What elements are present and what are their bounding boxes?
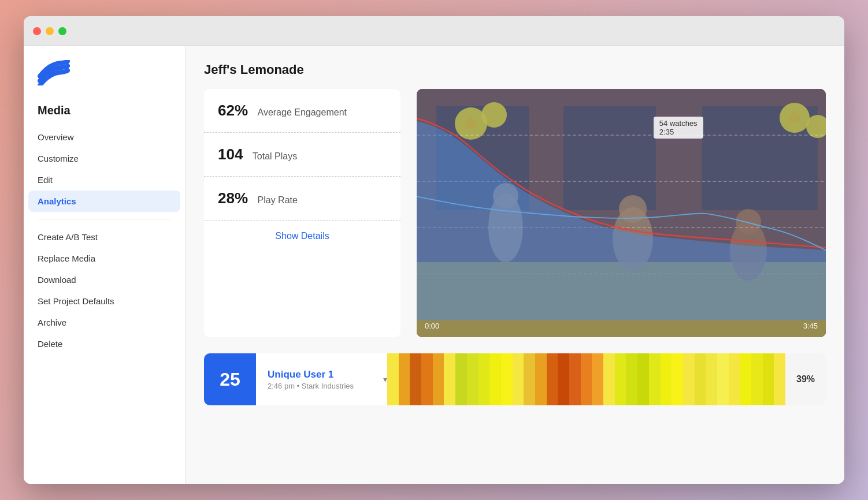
heatmap-segment bbox=[695, 353, 706, 405]
sidebar-item-archive[interactable]: Archive bbox=[24, 312, 185, 333]
sidebar-item-customize[interactable]: Customize bbox=[24, 148, 185, 169]
sidebar-item-edit[interactable]: Edit bbox=[24, 169, 185, 191]
titlebar bbox=[24, 16, 844, 46]
page-title: Jeff's Lemonade bbox=[204, 62, 826, 77]
tooltip-watches: 54 watches bbox=[659, 119, 698, 128]
tooltip-time: 2:35 bbox=[659, 128, 698, 136]
engagement-stat: 62% Average Engagement bbox=[204, 89, 400, 133]
heatmap-segment bbox=[399, 353, 410, 405]
heatmap-segment bbox=[558, 353, 569, 405]
app-window: Media Overview Customize Edit Analytics … bbox=[24, 16, 844, 484]
main-content: Jeff's Lemonade 62% Average Engagement 1… bbox=[186, 46, 844, 484]
play-rate-stat: 28% Play Rate bbox=[204, 177, 400, 221]
heatmap-segment bbox=[410, 353, 421, 405]
sidebar-item-download[interactable]: Download bbox=[24, 269, 185, 290]
heatmap-segment bbox=[751, 353, 763, 405]
close-button[interactable] bbox=[33, 27, 41, 35]
total-plays-stat: 104 Total Plays bbox=[204, 133, 400, 177]
user-info: Unique User 1 2:46 pm • Stark Industries bbox=[256, 369, 383, 390]
logo bbox=[24, 60, 185, 104]
heatmap-segment bbox=[535, 353, 547, 405]
heatmap-segment bbox=[637, 353, 649, 405]
heatmap-segment bbox=[478, 353, 490, 405]
user-number: 25 bbox=[220, 369, 240, 390]
heatmap-segment bbox=[717, 353, 729, 405]
heatmap-segment bbox=[774, 353, 785, 405]
engagement-label: Average Engagement bbox=[258, 107, 347, 117]
heatmap-segment bbox=[672, 353, 683, 405]
sidebar-item-overview[interactable]: Overview bbox=[24, 126, 185, 148]
heatmap-segment bbox=[455, 353, 467, 405]
heatmap-segment bbox=[683, 353, 695, 405]
heatmap-segment bbox=[387, 353, 399, 405]
heatmap-segment bbox=[661, 353, 672, 405]
heatmap-segment bbox=[740, 353, 751, 405]
sidebar-item-analytics[interactable]: Analytics bbox=[28, 191, 180, 212]
heatmap-segment bbox=[421, 353, 433, 405]
sidebar-item-set-project-defaults[interactable]: Set Project Defaults bbox=[24, 290, 185, 312]
heatmap-segment bbox=[615, 353, 626, 405]
heatmap bbox=[387, 353, 785, 405]
user-expand-button[interactable]: ▾ bbox=[383, 375, 387, 384]
video-background: 54 watches 2:35 0:00 3:45 bbox=[417, 89, 826, 337]
sidebar-divider bbox=[38, 219, 171, 219]
heatmap-segment bbox=[706, 353, 717, 405]
play-rate-label: Play Rate bbox=[258, 195, 298, 205]
heatmap-segment bbox=[467, 353, 478, 405]
maximize-button[interactable] bbox=[58, 27, 66, 35]
user-meta: 2:46 pm • Stark Industries bbox=[268, 382, 372, 390]
engagement-value: 62% bbox=[218, 102, 248, 119]
heatmap-segment bbox=[513, 353, 524, 405]
heatmap-segment bbox=[524, 353, 535, 405]
heatmap-segment bbox=[649, 353, 661, 405]
sidebar: Media Overview Customize Edit Analytics … bbox=[24, 46, 186, 484]
sidebar-item-delete[interactable]: Delete bbox=[24, 333, 185, 355]
heatmap-segment bbox=[501, 353, 513, 405]
video-panel: 54 watches 2:35 0:00 3:45 bbox=[417, 89, 826, 337]
heatmap-segment bbox=[603, 353, 615, 405]
minimize-button[interactable] bbox=[46, 27, 54, 35]
user-number-box: 25 bbox=[204, 353, 256, 405]
video-time-start: 0:00 bbox=[425, 322, 439, 330]
video-time-end: 3:45 bbox=[803, 322, 818, 330]
sidebar-section-label: Media bbox=[24, 104, 185, 126]
heatmap-segment bbox=[626, 353, 637, 405]
total-plays-value: 104 bbox=[218, 145, 243, 163]
top-section: 62% Average Engagement 104 Total Plays 2… bbox=[204, 89, 826, 337]
user-row: 25 Unique User 1 2:46 pm • Stark Industr… bbox=[204, 353, 826, 405]
video-tooltip: 54 watches 2:35 bbox=[654, 117, 703, 139]
sidebar-item-replace-media[interactable]: Replace Media bbox=[24, 248, 185, 269]
total-plays-label: Total Plays bbox=[253, 151, 297, 161]
play-rate-value: 28% bbox=[218, 189, 248, 207]
heatmap-segment bbox=[569, 353, 581, 405]
heatmap-segment bbox=[729, 353, 740, 405]
user-section: 25 Unique User 1 2:46 pm • Stark Industr… bbox=[204, 353, 826, 405]
sidebar-item-create-ab[interactable]: Create A/B Test bbox=[24, 226, 185, 248]
video-overlay bbox=[417, 89, 826, 337]
heatmap-segment bbox=[433, 353, 444, 405]
user-name: Unique User 1 bbox=[268, 369, 372, 380]
user-percent: 39% bbox=[785, 353, 826, 405]
show-details-button[interactable]: Show Details bbox=[204, 221, 400, 252]
heatmap-segment bbox=[763, 353, 774, 405]
stats-panel: 62% Average Engagement 104 Total Plays 2… bbox=[204, 89, 400, 337]
heatmap-segment bbox=[547, 353, 558, 405]
heatmap-segment bbox=[581, 353, 592, 405]
heatmap-segment bbox=[444, 353, 455, 405]
heatmap-segment bbox=[489, 353, 501, 405]
heatmap-segment bbox=[592, 353, 603, 405]
